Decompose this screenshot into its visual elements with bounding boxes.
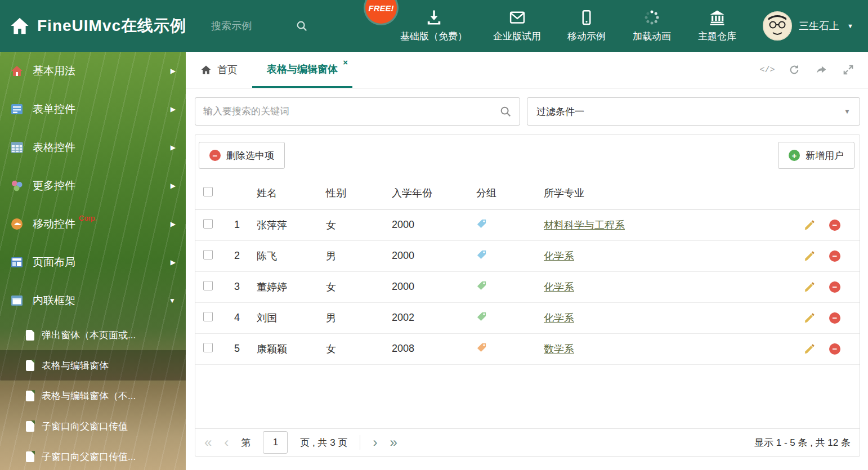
- sidebar-item-form-controls[interactable]: 表单控件 ▶: [0, 90, 186, 128]
- row-checkbox[interactable]: [203, 343, 213, 352]
- page-prefix: 第: [241, 436, 250, 449]
- search-icon[interactable]: [499, 105, 512, 118]
- filter-selected-value: 过滤条件一: [536, 105, 584, 118]
- sidebar-item-page-layout[interactable]: 页面布局 ▶: [0, 243, 186, 281]
- delete-icon[interactable]: −: [829, 281, 840, 293]
- sidebar: 基本用法 ▶ 表单控件 ▶ 表格控件 ▶ 更多控件 ▶: [0, 52, 186, 470]
- cell-year: 2008: [387, 333, 471, 364]
- nav-label: 基础版（免费）: [400, 30, 467, 43]
- delete-icon[interactable]: −: [829, 343, 840, 355]
- col-header-index: [229, 177, 252, 209]
- last-page-button[interactable]: »: [390, 436, 397, 449]
- keyword-search-input[interactable]: [203, 106, 499, 117]
- sidebar-item-more-controls[interactable]: 更多控件 ▶: [0, 167, 186, 205]
- edit-icon[interactable]: [804, 250, 816, 262]
- select-all-checkbox[interactable]: [203, 187, 213, 196]
- row-index: 4: [229, 302, 252, 333]
- sidebar-item-label: 内联框架: [33, 293, 75, 308]
- spinner-icon: [643, 9, 660, 26]
- home-tab-icon: [200, 64, 212, 75]
- cell-gender: 女: [321, 333, 387, 364]
- prev-page-button[interactable]: ‹: [224, 436, 229, 449]
- close-icon[interactable]: ×: [343, 57, 348, 67]
- row-checkbox[interactable]: [203, 281, 213, 290]
- user-menu[interactable]: 三生石上 ▼: [763, 11, 853, 41]
- next-page-button[interactable]: ›: [373, 436, 377, 449]
- grid-toolbar: − 删除选中项 + 新增用户: [195, 135, 860, 177]
- tab-grid-edit-window[interactable]: 表格与编辑窗体 ×: [252, 52, 352, 88]
- tab-label: 首页: [217, 63, 238, 77]
- sidebar-subitem-grid-edit-window-2[interactable]: 表格与编辑窗体（不...: [0, 381, 186, 411]
- major-link[interactable]: 化学系: [544, 250, 574, 262]
- page-number-input[interactable]: [263, 431, 288, 454]
- edit-icon[interactable]: [804, 219, 816, 231]
- frame-icon: [10, 294, 24, 307]
- sidebar-subitem-grid-edit-window[interactable]: 表格与编辑窗体: [0, 350, 186, 381]
- first-page-button[interactable]: «: [204, 436, 212, 449]
- header-search-input[interactable]: [211, 20, 296, 32]
- nav-theme-repo[interactable]: 主题仓库: [697, 9, 737, 43]
- nav-basic-free[interactable]: FREE! 基础版（免费）: [400, 9, 467, 43]
- row-checkbox[interactable]: [203, 312, 213, 321]
- table-row: 4 刘国 男 2002 化学系 −: [195, 302, 860, 333]
- tag-icon: [476, 218, 487, 229]
- cluster-icon: [10, 179, 24, 193]
- download-icon: [426, 9, 442, 26]
- sidebar-item-label: 更多控件: [33, 178, 75, 193]
- username: 三生石上: [799, 19, 839, 33]
- delete-icon[interactable]: −: [829, 312, 840, 324]
- pager-divider: [360, 435, 360, 450]
- mobile-icon: [578, 9, 595, 26]
- main-area: 首页 表格与编辑窗体 × </>: [186, 52, 868, 470]
- fullscreen-icon[interactable]: [842, 64, 854, 76]
- nav-mobile-demo[interactable]: 移动示例: [567, 9, 606, 43]
- cell-name: 刘国: [252, 302, 321, 333]
- keyword-search-box: [195, 97, 520, 126]
- cell-gender: 男: [321, 302, 387, 333]
- delete-icon[interactable]: −: [829, 250, 840, 262]
- major-link[interactable]: 材料科学与工程系: [544, 220, 625, 231]
- source-code-icon[interactable]: </>: [761, 64, 773, 76]
- sidebar-item-basic-usage[interactable]: 基本用法 ▶: [0, 52, 186, 90]
- edit-icon[interactable]: [804, 343, 816, 355]
- sidebar-item-inline-frame[interactable]: 内联框架 ▼: [0, 281, 186, 320]
- delete-icon[interactable]: −: [829, 220, 840, 231]
- nav-enterprise-trial[interactable]: 企业版试用: [493, 9, 541, 43]
- nav-loading-animation[interactable]: 加载动画: [632, 9, 672, 43]
- sidebar-item-grid-controls[interactable]: 表格控件 ▶: [0, 128, 186, 167]
- chevron-right-icon: ▶: [171, 258, 176, 266]
- tab-home[interactable]: 首页: [186, 52, 252, 88]
- cell-name: 张萍萍: [252, 209, 321, 240]
- sidebar-item-label: 基本用法: [33, 64, 75, 78]
- app-header: FineUIMvc在线示例 FREE! 基础版（免费） 企业版试用 移动示例: [0, 0, 868, 52]
- chevron-down-icon: ▼: [169, 297, 176, 305]
- minus-circle-icon: −: [209, 150, 221, 161]
- edit-icon[interactable]: [804, 312, 816, 324]
- sidebar-subitem-popup-window[interactable]: 弹出窗体（本页面或...: [0, 320, 186, 350]
- cell-name: 董婷婷: [252, 271, 321, 302]
- form-icon: [10, 102, 24, 116]
- sidebar-subitem-label: 弹出窗体（本页面或...: [42, 329, 136, 342]
- major-link[interactable]: 化学系: [544, 312, 574, 324]
- row-checkbox[interactable]: [203, 250, 213, 259]
- major-link[interactable]: 数学系: [544, 343, 574, 355]
- add-user-button[interactable]: + 新增用户: [778, 142, 854, 169]
- sidebar-subitem-child-to-parent[interactable]: 子窗口向父窗口传值: [0, 411, 186, 441]
- sidebar-item-mobile-controls[interactable]: 移动控件 Corp. ▶: [0, 205, 186, 243]
- row-checkbox[interactable]: [203, 219, 213, 229]
- chevron-down-icon: ▼: [844, 108, 851, 115]
- refresh-icon[interactable]: [788, 64, 800, 76]
- row-index: 5: [229, 333, 252, 364]
- edit-icon[interactable]: [804, 281, 816, 293]
- search-icon[interactable]: [296, 20, 308, 32]
- table-header-row: 姓名 性别 入学年份 分组 所学专业: [195, 177, 860, 209]
- share-icon[interactable]: [815, 64, 827, 76]
- sidebar-subitem-child-to-parent-2[interactable]: 子窗口向父窗口传值...: [0, 441, 186, 470]
- delete-selected-button[interactable]: − 删除选中项: [199, 142, 285, 169]
- filter-dropdown[interactable]: 过滤条件一 ▼: [527, 97, 860, 126]
- grid-empty-space: [195, 365, 860, 429]
- home-icon[interactable]: [10, 16, 29, 35]
- major-link[interactable]: 化学系: [544, 281, 574, 293]
- nav-label: 企业版试用: [493, 30, 541, 43]
- tag-icon: [476, 280, 487, 291]
